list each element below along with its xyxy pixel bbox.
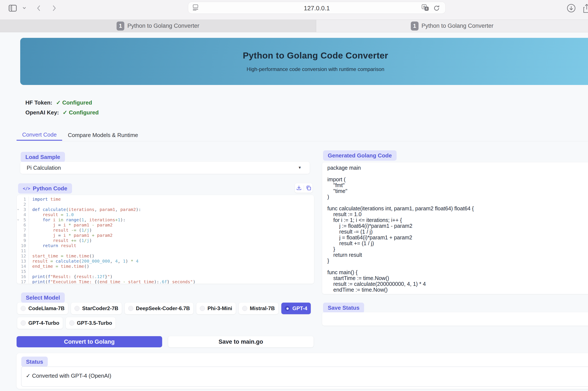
line-number: 15 [17,269,29,274]
openai-key-label: OpenAI Key: [25,109,59,116]
model-radio-starcoder2-7b[interactable]: StarCoder2-7B [71,303,122,314]
code-text: result -= (1/j) [29,228,92,233]
golang-code-line [327,264,588,270]
sidebar-menu-chevron-icon[interactable] [22,6,26,9]
browser-tab-1[interactable]: 1 Python to Golang Converter [0,20,316,32]
golang-code-line: startTime := time.Now() [327,275,588,281]
code-text: for i in range(1, iterations+1): [29,217,126,222]
address-bar[interactable]: 127.0.0.1 A文 [188,2,446,14]
convert-button[interactable]: Convert to Golang [16,336,162,347]
hf-token-label: HF Token: [25,99,52,106]
fold-chevron-icon[interactable]: › [17,208,21,210]
chevron-down-icon: ▼ [298,166,301,170]
save-status-output [322,312,588,326]
radio-icon[interactable] [21,320,26,326]
radio-icon[interactable] [285,306,290,311]
model-radio-gpt-4-turbo[interactable]: GPT-4-Turbo [17,317,63,329]
code-text: result += (1/j) [29,238,92,243]
python-code-line: 9 result += (1/j) [17,238,314,243]
line-number: 10 [17,243,29,248]
line-number: 4 [17,212,29,217]
python-code-line: 5› for i in range(1, iterations+1): [17,217,314,222]
line-number: 13 [17,259,29,264]
tab-compare-models[interactable]: Compare Models & Runtime [62,129,144,141]
golang-output-badge: Generated Golang Code [323,150,396,161]
python-code-line: 2 [17,202,314,207]
tab-title: Python to Golang Converter [127,23,199,29]
code-icon: </> [23,186,30,191]
code-text: def calculate(iterations, param1, param2… [29,207,141,212]
radio-icon[interactable] [200,306,205,311]
python-code-line: 3›def calculate(iterations, param1, para… [17,207,314,212]
copy-code-icon[interactable] [306,185,312,191]
radio-icon[interactable] [242,306,247,311]
code-text [29,248,32,253]
model-radio-phi-3-mini[interactable]: Phi-3-Mini [196,303,236,314]
code-text: start_time = time.time() [29,253,95,259]
code-text: print(f"Result: {result:.12f}") [29,274,112,279]
back-button-icon[interactable] [36,4,42,12]
translate-icon[interactable]: A文 [422,4,429,12]
tabs-divider [20,141,588,141]
tab-convert-code[interactable]: Convert Code [16,129,62,141]
browser-toolbar: 127.0.0.1 A文 [0,0,588,20]
browser-tab-2[interactable]: 1 Python to Golang Converter [316,20,588,32]
line-number: 12 [17,253,29,259]
model-radio-gpt-4[interactable]: GPT-4 [281,303,311,314]
line-number: 7 [17,228,29,233]
model-radio-codellama-7b[interactable]: CodeLlama-7B [17,303,68,314]
select-model-badge: Select Model [21,293,65,303]
golang-code-line: j := float64(i)*param1 - param2 [327,223,588,229]
radio-icon[interactable] [128,306,133,311]
golang-code-line: func main() { [327,270,588,275]
golang-code-line: func calculate(iterations int, param1, p… [327,206,588,211]
radio-icon[interactable] [21,306,26,311]
status-output: ✓ Converted with GPT-4 (OpenAI) [21,367,588,387]
golang-code-line: ) [327,194,588,200]
fold-chevron-icon[interactable]: › [17,219,21,221]
model-radio-mistral-7b[interactable]: Mistral-7B [239,303,278,314]
sample-select[interactable]: Pi Calculation ▼ [20,162,310,174]
radio-icon[interactable] [74,306,80,311]
download-code-icon[interactable] [296,185,302,191]
python-code-line: 7 result -= (1/j) [17,228,314,233]
model-radio-gpt-3.5-turbo[interactable]: GPT-3.5-Turbo [66,317,116,329]
python-code-line: 11 [17,248,314,253]
page-content: Python to Golang Code Converter High-per… [0,32,588,391]
radio-icon[interactable] [69,320,74,326]
sidebar-toggle-icon[interactable] [8,4,17,12]
reload-icon[interactable] [433,4,440,12]
code-text: return result [29,243,76,248]
sample-select-value: Pi Calculation [27,165,298,171]
forward-button-icon[interactable] [51,4,57,12]
save-button[interactable]: Save to main.go [168,336,314,347]
url-text[interactable]: 127.0.0.1 [188,5,445,12]
status-section: Status ✓ Converted with GPT-4 (OpenAI) [16,353,588,389]
python-code-line: 6 j = i * param1 - param2 [17,222,314,228]
model-label: Phi-3-Mini [207,305,232,311]
python-code-line: 8 j = i * param1 + param2 [17,233,314,238]
tab-title: Python to Golang Converter [421,23,493,29]
line-number: 14 [17,264,29,269]
share-icon[interactable] [583,3,588,14]
golang-code-output[interactable]: package main import ( "fmt" "time") func… [322,162,588,294]
python-code-editor[interactable]: 1import time23›def calculate(iterations,… [17,195,314,284]
downloads-icon[interactable] [567,3,576,13]
model-label: GPT-4 [293,305,307,311]
python-code-label: Python Code [33,185,67,192]
openai-key-value: ✓ Configured [63,109,99,116]
python-code-line: 10 return result [17,243,314,248]
code-text: j = i * param1 - param2 [29,222,112,228]
python-code-line: 14end_time = time.time() [17,264,314,269]
status-badge: Status [21,357,48,367]
python-code-line: 1import time [17,196,314,202]
action-buttons: Convert to Golang Save to main.go [16,336,313,347]
golang-code-line: } [327,258,588,264]
line-number: 16 [17,274,29,279]
golang-code-line: result := 1.0 [327,211,588,217]
browser-window: 127.0.0.1 A文 1 Python to Golang Converte… [0,0,588,391]
model-radio-deepseek-coder-6.7b[interactable]: DeepSeek-Coder-6.7B [125,303,193,314]
page-title: Python to Golang Code Converter [243,51,388,61]
python-code-line: 15 [17,269,314,274]
toolbar-divider [304,185,304,191]
